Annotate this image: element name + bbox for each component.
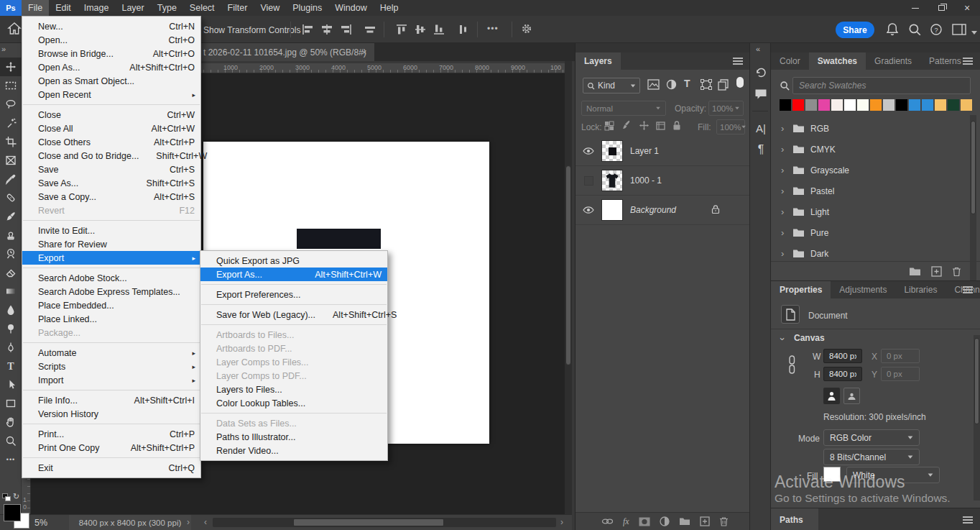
file-menu-item-version-history[interactable]: Version History [22, 407, 200, 421]
rectangle-tool[interactable] [0, 394, 22, 413]
file-menu-item-new[interactable]: New... Ctrl+N [22, 19, 200, 33]
canvas-collapse-icon[interactable]: › [777, 337, 788, 340]
search-icon[interactable] [907, 22, 922, 37]
dodge-tool[interactable] [0, 319, 22, 338]
layer-name[interactable]: 1000 - 1 [630, 175, 662, 186]
color-swatch[interactable] [792, 99, 804, 111]
chevron-down-icon[interactable] [967, 25, 980, 40]
color-swatch[interactable] [831, 99, 843, 111]
menubar-item-edit[interactable]: Edit [49, 0, 78, 16]
zoom-tool[interactable] [0, 431, 22, 450]
close-button[interactable]: × [954, 0, 980, 16]
layer-row[interactable]: 1000 - 1 [575, 166, 750, 196]
landscape-orientation-button[interactable] [843, 388, 860, 404]
file-menu-item-save-as[interactable]: Save As... Shift+Ctrl+S [22, 176, 200, 190]
bell-icon[interactable] [885, 22, 900, 37]
swatches-tab-swatches[interactable]: Swatches [809, 52, 866, 70]
layer-row[interactable]: Layer 1 [575, 137, 750, 166]
lasso-tool[interactable] [0, 95, 22, 114]
help-icon[interactable]: ? [929, 22, 943, 37]
file-menu-item-share-for-review[interactable]: Share for Review [22, 237, 200, 251]
lock-transparency-icon[interactable] [604, 121, 614, 131]
export-menu-item-layers-to-files[interactable]: Layers to Files... [200, 383, 387, 396]
export-menu-item-quick-export-as-jpg[interactable]: Quick Export as JPG [200, 254, 387, 268]
properties-tab-adjustments[interactable]: Adjustments [831, 281, 895, 298]
file-menu-item-browse-in-bridge[interactable]: Browse in Bridge... Alt+Ctrl+O [22, 47, 200, 60]
align-right-icon[interactable] [339, 24, 352, 35]
chevron-right-icon[interactable]: › [781, 144, 787, 155]
vertical-scrollbar[interactable] [565, 61, 572, 514]
comments-panel-icon[interactable] [750, 83, 772, 105]
align-left-icon[interactable] [302, 24, 315, 35]
color-swatch[interactable] [818, 99, 830, 111]
chevron-right-icon[interactable]: › [781, 186, 787, 196]
collapse-toolbar-icon[interactable]: » [1, 45, 22, 53]
filter-adjustment-layers-icon[interactable] [666, 79, 677, 90]
file-menu-item-place-embedded[interactable]: Place Embedded... [22, 298, 200, 312]
menubar-item-layer[interactable]: Layer [115, 0, 150, 16]
menubar-item-plugins[interactable]: Plugins [286, 0, 328, 16]
tab-paths[interactable]: Paths [771, 508, 818, 530]
eye-icon[interactable] [583, 147, 594, 155]
export-menu-item-export-preferences[interactable]: Export Preferences... [200, 288, 387, 301]
layers-menu-icon[interactable] [733, 60, 743, 62]
chevron-right-icon[interactable]: › [781, 206, 787, 217]
file-menu-item-invite-to-edit[interactable]: Invite to Edit... [22, 224, 200, 237]
crop-tool[interactable] [0, 132, 22, 151]
zoom-level[interactable]: 5% [34, 518, 47, 528]
menubar-item-view[interactable]: View [254, 0, 286, 16]
lock-artboard-icon[interactable] [655, 121, 666, 131]
spot-healing-brush-tool[interactable] [0, 188, 22, 207]
color-swatch[interactable] [883, 99, 895, 111]
minimize-button[interactable] [902, 0, 928, 16]
horizontal-scrollbar-thumb[interactable] [293, 518, 444, 526]
file-menu-item-search-adobe-stock[interactable]: Search Adobe Stock... [22, 271, 200, 285]
search-swatches-input[interactable] [792, 77, 971, 94]
new-group-icon[interactable] [679, 517, 690, 526]
paragraph-panel-icon[interactable]: ¶ [750, 139, 772, 160]
properties-tab-libraries[interactable]: Libraries [895, 281, 946, 298]
delete-swatch-icon[interactable] [952, 266, 961, 277]
link-layers-icon[interactable] [601, 517, 614, 526]
path-selection-tool[interactable] [0, 375, 22, 394]
default-colors-icon[interactable] [2, 493, 11, 501]
home-icon[interactable] [7, 22, 22, 36]
swatches-menu-icon[interactable] [963, 60, 973, 62]
layer-visibility-toggle[interactable] [575, 147, 601, 155]
color-swatch[interactable] [896, 99, 907, 111]
rectangular-marquee-tool[interactable] [0, 76, 22, 95]
file-menu-item-place-linked[interactable]: Place Linked... [22, 312, 200, 326]
pen-tool[interactable] [0, 338, 22, 357]
file-menu-item-print[interactable]: Print... Ctrl+P [22, 427, 200, 441]
align-center-vertical-icon[interactable] [414, 24, 427, 35]
chevron-right-icon[interactable]: › [781, 248, 787, 259]
gradient-tool[interactable] [0, 282, 22, 301]
swatch-group-pastel[interactable]: › Pastel [771, 181, 965, 201]
color-swatch[interactable] [805, 99, 817, 111]
file-menu-item-open-as[interactable]: Open As... Alt+Shift+Ctrl+O [22, 60, 200, 74]
file-menu-item-close-and-go-to-bridge[interactable]: Close and Go to Bridge... Shift+Ctrl+W [22, 149, 200, 163]
color-swatch[interactable] [857, 99, 869, 111]
lock-all-icon[interactable] [672, 120, 681, 131]
scroll-left-icon[interactable]: ‹ [204, 517, 207, 527]
history-panel-icon[interactable] [750, 62, 772, 83]
file-menu-item-print-one-copy[interactable]: Print One Copy Alt+Shift+Ctrl+P [22, 441, 200, 454]
export-menu-item-paths-to-illustrator[interactable]: Paths to Illustrator... [200, 430, 387, 444]
bit-depth-dropdown[interactable]: 8 Bits/Channel [823, 449, 920, 465]
swatches-tab-gradients[interactable]: Gradients [866, 52, 920, 70]
export-menu-item-color-lookup-tables[interactable]: Color Lookup Tables... [200, 396, 387, 410]
file-menu-item-exit[interactable]: Exit Ctrl+Q [22, 461, 200, 475]
layer-visibility-toggle[interactable] [575, 176, 601, 186]
chevron-right-icon[interactable]: › [781, 123, 787, 134]
share-button[interactable]: Share [836, 22, 874, 38]
filter-type-layers-icon[interactable]: T [684, 78, 690, 89]
layer-name[interactable]: Layer 1 [630, 146, 659, 156]
align-top-icon[interactable] [395, 24, 408, 35]
swatch-group-rgb[interactable]: › RGB [771, 118, 965, 139]
menubar-item-file[interactable]: File [22, 0, 49, 16]
swatch-group-pure[interactable]: › Pure [771, 222, 965, 243]
export-menu-item-export-as[interactable]: Export As... Alt+Shift+Ctrl+W [200, 268, 387, 281]
move-tool[interactable] [0, 58, 22, 76]
new-swatch-icon[interactable] [931, 266, 942, 277]
swatch-group-cmyk[interactable]: › CMYK [771, 139, 965, 160]
